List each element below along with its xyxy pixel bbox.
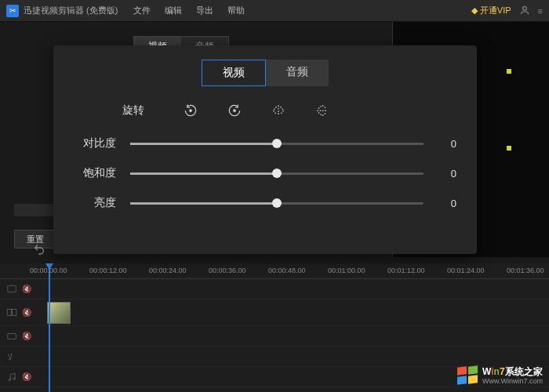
rotate-cw-icon[interactable]	[226, 102, 243, 119]
slider-contrast: 对比度 0	[74, 136, 456, 151]
menu-icon[interactable]: ≡	[538, 6, 543, 16]
ruler-tick: 00:01:36.00	[507, 267, 544, 274]
slider-saturation: 饱和度 0	[74, 166, 456, 180]
menu-export[interactable]: 导出	[196, 5, 213, 16]
menu-help[interactable]: 帮助	[227, 5, 245, 16]
mute-icon[interactable]: 🔇	[22, 285, 31, 293]
menu-file[interactable]: 文件	[133, 5, 151, 16]
ruler-tick: 00:01:00.00	[328, 267, 365, 274]
slider-label: 亮度	[74, 196, 116, 210]
ruler-tick: 00:01:12.00	[387, 267, 425, 274]
playhead[interactable]	[49, 263, 50, 392]
slider-track[interactable]	[130, 143, 424, 145]
track-head[interactable]: 🔇	[0, 284, 44, 295]
mute-icon[interactable]: 🔇	[22, 308, 31, 317]
track-row	[0, 347, 549, 367]
menubar: 文件 编辑 导出 帮助	[133, 5, 245, 16]
slider-thumb[interactable]	[272, 198, 282, 208]
undo-icon[interactable]	[33, 243, 45, 259]
svg-point-7	[9, 379, 10, 380]
slider-value: 0	[438, 138, 456, 150]
mute-icon[interactable]: 🔇	[22, 372, 31, 381]
slider-fill	[130, 202, 277, 205]
watermark-title: Win7系统之家	[482, 367, 543, 377]
ruler-tick: 00:00:48.00	[268, 267, 306, 274]
vip-button[interactable]: ◆ 开通VIP	[471, 5, 511, 16]
svg-rect-4	[7, 309, 11, 315]
ruler-tick: 00:00:36.00	[209, 267, 246, 274]
track-head[interactable]: 🔇	[0, 307, 44, 318]
svg-rect-3	[8, 285, 16, 292]
track-head[interactable]	[0, 351, 44, 362]
track-head[interactable]: 🔇	[0, 331, 44, 342]
marker	[507, 69, 511, 74]
ruler-tick: 00:01:24.00	[447, 267, 485, 274]
track-row: 🔇	[0, 326, 549, 347]
mute-icon[interactable]: 🔇	[22, 332, 31, 340]
slider-thumb[interactable]	[272, 139, 282, 148]
track-head[interactable]: 🔇	[0, 372, 44, 383]
svg-point-2	[234, 110, 236, 112]
track-row: 🔇	[0, 299, 549, 326]
slider-thumb[interactable]	[272, 169, 282, 178]
dialog-tab-video[interactable]: 视频	[202, 60, 266, 86]
slider-label: 对比度	[74, 136, 116, 151]
titlebar: ✂ 迅捷视频剪辑器 (免费版) 文件 编辑 导出 帮助 ◆ 开通VIP ≡	[0, 0, 549, 22]
time-ruler[interactable]: 00:00:00.0000:00:12.0000:00:24.0000:00:3…	[0, 263, 549, 279]
flip-vertical-icon[interactable]	[314, 102, 331, 119]
svg-rect-6	[8, 333, 16, 339]
menu-edit[interactable]: 编辑	[165, 5, 182, 16]
slider-label: 饱和度	[74, 166, 116, 180]
ruler-tick: 00:00:24.00	[149, 267, 187, 274]
app-icon: ✂	[6, 5, 19, 17]
slider-fill	[130, 143, 277, 145]
watermark-url: Www.Winwin7.com	[482, 378, 543, 386]
video-clip[interactable]	[47, 302, 71, 324]
watermark: Win7系统之家 Www.Winwin7.com	[457, 365, 543, 387]
svg-point-0	[522, 6, 526, 10]
rotate-row: 旋转	[122, 102, 456, 119]
marker	[507, 146, 511, 151]
slider-value: 0	[438, 198, 456, 209]
user-icon[interactable]	[519, 5, 530, 17]
separator-bar	[14, 204, 58, 216]
left-panel	[0, 22, 8, 257]
vip-label: 开通VIP	[480, 5, 511, 16]
adjust-dialog: 视频 音频 旋转 对比度 0 饱和度 0 亮度	[53, 45, 477, 254]
svg-rect-5	[13, 309, 16, 315]
dialog-tab-audio[interactable]: 音频	[266, 60, 329, 86]
watermark-text: Win7系统之家 Www.Winwin7.com	[482, 367, 543, 385]
rotate-ccw-icon[interactable]	[182, 102, 199, 119]
svg-point-1	[190, 110, 192, 112]
slider-brightness: 亮度 0	[74, 196, 456, 210]
slider-track[interactable]	[130, 172, 424, 175]
rotate-label: 旋转	[122, 103, 155, 118]
track-row: 🔇	[0, 279, 549, 299]
ruler-tick: 00:00:12.00	[89, 267, 127, 274]
dialog-tabs: 视频 音频	[74, 60, 456, 86]
titlebar-right: ◆ 开通VIP ≡	[471, 5, 543, 17]
svg-point-8	[13, 378, 15, 379]
windows-flag-icon	[457, 365, 479, 387]
slider-track[interactable]	[130, 202, 424, 205]
slider-fill	[130, 172, 277, 175]
diamond-icon: ◆	[471, 5, 478, 16]
flip-horizontal-icon[interactable]	[270, 102, 287, 119]
slider-value: 0	[438, 168, 456, 180]
app-title: 迅捷视频剪辑器 (免费版)	[24, 5, 118, 16]
